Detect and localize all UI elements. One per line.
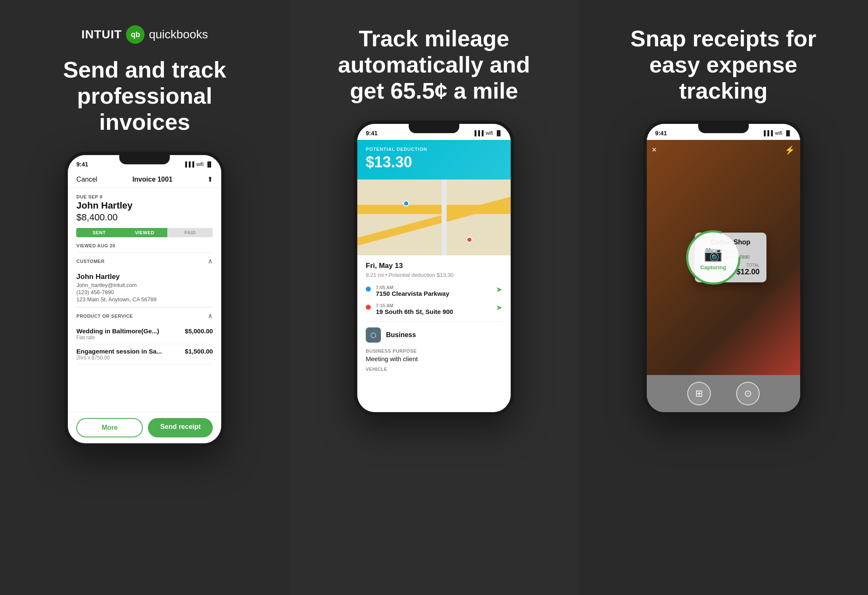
trip-date: Fri, May 13 xyxy=(366,262,502,270)
vehicle-label: VEHICLE xyxy=(366,367,502,372)
phone-invoices: 9:41 ▐▐▐ wifi ▐▌ Cancel Invoice 1001 ⬆ D… xyxy=(64,152,225,447)
product1-price: $5,000.00 xyxy=(185,327,213,340)
qb-logo: qb xyxy=(126,25,145,44)
due-label: DUE SEP 9 xyxy=(76,194,213,199)
camera-bottom-toolbar: ⊞ ⊙ xyxy=(647,375,800,412)
panel1-headline: Send and track professional invoices xyxy=(39,56,250,135)
deduction-amount: $13.30 xyxy=(366,153,502,171)
intuit-header: INTUIT qb quickbooks xyxy=(81,25,208,44)
customer-email: John_hartley@intuit.com xyxy=(76,282,213,288)
phone2-status-bar: 9:41 ▐▐▐ wifi ▐▌ xyxy=(357,124,511,140)
map-road-vertical xyxy=(442,180,447,255)
waypoint2-time: 7:15 AM xyxy=(376,303,453,308)
wifi-icon: wifi xyxy=(196,161,204,167)
phone-notch xyxy=(119,155,170,164)
customer-section-header[interactable]: CUSTOMER ∧ xyxy=(76,252,213,269)
business-section: ⬡ Business BUSINESS PURPOSE Meeting with… xyxy=(366,321,502,372)
share-icon[interactable]: ⬆ xyxy=(207,175,213,183)
phone-receipts: 9:41 ▐▐▐ wifi ▐▌ × ⚡ Coffee Shop 10/23 X… xyxy=(643,121,804,415)
capture-button[interactable]: ⊙ xyxy=(736,382,760,405)
status-sent: SENT xyxy=(76,228,122,237)
mileage-body: Fri, May 13 8.21 mi • Potential deductio… xyxy=(357,255,511,412)
potential-label: POTENTIAL DEDUCTION xyxy=(366,147,502,152)
mileage-teal-header: POTENTIAL DEDUCTION $13.30 xyxy=(357,140,511,180)
chevron-up-icon: ∧ xyxy=(208,257,213,265)
phone3-status-bar: 9:41 ▐▐▐ wifi ▐▌ xyxy=(647,124,800,140)
wifi-icon-2: wifi xyxy=(486,130,493,136)
shutter-icon: ⊙ xyxy=(744,388,752,399)
send-receipt-button[interactable]: Send receipt xyxy=(148,418,213,437)
invoice-amount: $8,400.00 xyxy=(76,212,213,223)
product-item-2: Engagement session in Sa... 2hrs x $750.… xyxy=(76,344,213,365)
business-icon: ⬡ xyxy=(366,327,381,343)
status-icons-2: ▐▐▐ wifi ▐▌ xyxy=(473,130,502,136)
phone-mileage: 9:41 ▐▐▐ wifi ▐▌ POTENTIAL DEDUCTION $13… xyxy=(354,121,514,415)
waypoint-blue-dot xyxy=(366,287,371,292)
battery-icon-3: ▐▌ xyxy=(785,130,792,136)
invoice-body: DUE SEP 9 John Hartley $8,400.00 SENT VI… xyxy=(68,188,221,412)
map-area xyxy=(357,180,511,255)
purpose-value: Meeting with client xyxy=(366,355,502,362)
waypoint-end: 7:15 AM 19 South 6th St, Suite 900 ➤ xyxy=(366,303,502,315)
status-time-2: 9:41 xyxy=(366,130,378,137)
product1-sub: Flat rate xyxy=(76,335,159,340)
flash-icon[interactable]: ⚡ xyxy=(785,145,795,155)
status-icons: ▐▐▐ wifi ▐▌ xyxy=(183,161,213,167)
status-time: 9:41 xyxy=(76,161,88,168)
signal-icon-2: ▐▐▐ xyxy=(473,130,484,136)
intuit-brand-text: INTUIT xyxy=(81,28,122,41)
waypoint2-address: 19 South 6th St, Suite 900 xyxy=(376,308,453,315)
trip-subtitle: 8.21 mi • Potential deduction $13.30 xyxy=(366,272,502,278)
viewed-label: VIEWED AUG 20 xyxy=(76,243,213,248)
status-viewed: VIEWED xyxy=(122,228,167,237)
client-name: John Hartley xyxy=(76,200,213,211)
waypoint1-address: 7150 Clearvista Parkway xyxy=(376,290,449,297)
cancel-button[interactable]: Cancel xyxy=(76,176,97,183)
panel2-headline: Track mileage automatically and get 65.5… xyxy=(329,25,539,104)
more-button[interactable]: More xyxy=(76,418,143,437)
customer-info: John Hartley John_hartley@intuit.com (12… xyxy=(76,269,213,307)
chevron-up-icon-2: ∧ xyxy=(208,312,213,320)
panel-receipts: Snap receipts for easy expense tracking … xyxy=(579,0,868,595)
customer-label: CUSTOMER xyxy=(76,259,104,264)
invoice-title: Invoice 1001 xyxy=(132,176,172,183)
business-label: Business xyxy=(386,331,416,339)
capture-circle-ring: 📷 Capturing xyxy=(688,232,739,283)
navigate-icon-2[interactable]: ➤ xyxy=(496,303,502,312)
wifi-icon-3: wifi xyxy=(775,130,782,136)
gallery-icon: ⊞ xyxy=(695,388,703,399)
waypoint-red-dot xyxy=(366,305,371,310)
signal-icon-3: ▐▐▐ xyxy=(762,130,773,136)
svg-point-0 xyxy=(687,231,739,284)
waypoint1-time: 7:05 AM xyxy=(376,285,449,290)
product2-name: Engagement session in Sa... xyxy=(76,348,162,355)
status-icons-3: ▐▐▐ wifi ▐▌ xyxy=(762,130,792,136)
business-row: ⬡ Business xyxy=(366,327,502,343)
panel3-headline: Snap receipts for easy expense tracking xyxy=(618,25,829,104)
phone-footer: More Send receipt xyxy=(68,412,221,443)
waypoint-start: 7:05 AM 7150 Clearvista Parkway ➤ xyxy=(366,285,502,297)
product1-name: Wedding in Baltimore(Ge...) xyxy=(76,327,159,335)
product-section-header[interactable]: PRODUCT OR SERVICE ∧ xyxy=(76,307,213,324)
navigate-icon-1[interactable]: ➤ xyxy=(496,285,502,294)
status-paid: PAID xyxy=(167,228,213,237)
product-label: PRODUCT OR SERVICE xyxy=(76,314,133,319)
phone2-notch xyxy=(409,124,459,133)
product2-price: $1,500.00 xyxy=(185,348,213,361)
product-item-1: Wedding in Baltimore(Ge...) Flat rate $5… xyxy=(76,324,213,344)
product2-sub: 2hrs x $750.00 xyxy=(76,355,162,361)
signal-icon: ▐▐▐ xyxy=(183,161,194,167)
camera-viewfinder: × ⚡ Coffee Shop 10/23 XXXX-XXXX-7890 TOT… xyxy=(647,140,800,375)
panel-invoices: INTUIT qb quickbooks Send and track prof… xyxy=(0,0,289,595)
phone-status-bar: 9:41 ▐▐▐ wifi ▐▌ xyxy=(68,155,221,171)
close-icon[interactable]: × xyxy=(652,145,657,155)
phone3-notch xyxy=(698,124,749,133)
gallery-button[interactable]: ⊞ xyxy=(687,382,711,405)
invoice-header: Cancel Invoice 1001 ⬆ xyxy=(68,171,221,188)
battery-icon: ▐▌ xyxy=(206,161,213,167)
status-time-3: 9:41 xyxy=(655,130,667,137)
capture-circle-container: 📷 Capturing xyxy=(688,232,739,283)
panel-mileage: Track mileage automatically and get 65.5… xyxy=(289,0,579,595)
map-road-diagonal xyxy=(357,190,511,253)
quickbooks-text: quickbooks xyxy=(149,28,208,41)
